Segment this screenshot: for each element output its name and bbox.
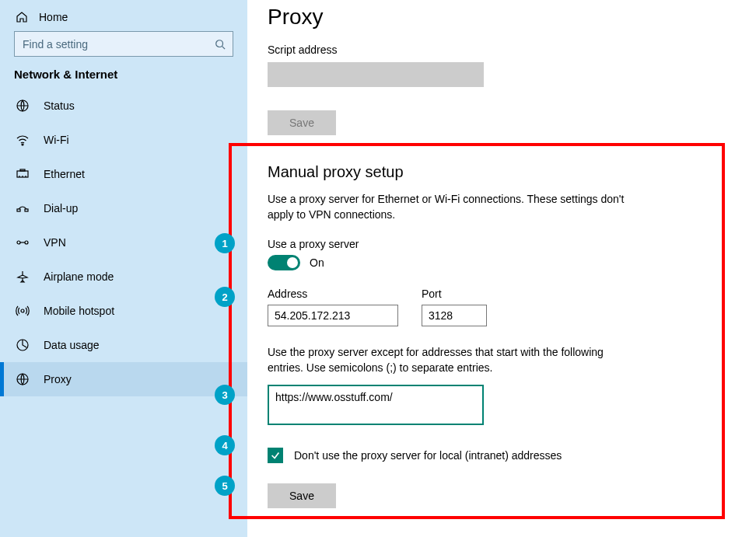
exceptions-input[interactable] (268, 385, 484, 425)
sidebar-item-label: Mobile hotspot (44, 305, 114, 317)
save-script-button: Save (268, 110, 336, 135)
manual-proxy-section: Manual proxy setup Use a proxy server fo… (268, 163, 736, 508)
manual-proxy-title: Manual proxy setup (268, 163, 736, 181)
wifi-icon (16, 133, 30, 147)
sidebar-item-label: Airplane mode (44, 270, 114, 283)
sidebar-item-label: Dial-up (44, 202, 78, 214)
nav-list: Status Wi-Fi Ethernet Dial-up VPN Airpla… (0, 89, 247, 396)
page-title: Proxy (268, 0, 736, 44)
exceptions-desc: Use the proxy server except for addresse… (268, 345, 625, 375)
local-addresses-checkbox[interactable] (268, 448, 283, 463)
toggle-track (268, 255, 300, 270)
svg-point-11 (17, 241, 20, 244)
annotation-badge-1: 1 (215, 233, 235, 253)
home-label: Home (39, 11, 68, 23)
sidebar-item-vpn[interactable]: VPN (0, 225, 247, 260)
save-button[interactable]: Save (268, 483, 336, 508)
svg-point-3 (22, 144, 23, 145)
sidebar: Home Network & Internet Status Wi-Fi Eth… (0, 0, 247, 537)
annotation-badge-2: 2 (215, 287, 235, 307)
sidebar-item-wifi[interactable]: Wi-Fi (0, 123, 247, 157)
sidebar-item-label: Ethernet (44, 168, 85, 180)
hotspot-icon (16, 304, 30, 318)
svg-rect-10 (25, 209, 28, 211)
svg-point-14 (21, 309, 24, 312)
use-proxy-toggle[interactable]: On (268, 255, 324, 270)
proxy-icon (16, 372, 30, 386)
local-addresses-label: Don't use the proxy server for local (in… (294, 449, 562, 462)
annotation-badge-5: 5 (215, 476, 235, 496)
toggle-state-label: On (310, 256, 324, 269)
vpn-icon (16, 235, 30, 249)
category-title: Network & Internet (0, 68, 247, 89)
sidebar-item-label: VPN (44, 236, 66, 249)
sidebar-item-label: Proxy (44, 373, 72, 385)
svg-line-1 (222, 46, 226, 49)
sidebar-item-label: Status (44, 99, 75, 112)
address-label: Address (268, 288, 398, 300)
sidebar-item-label: Wi-Fi (44, 134, 69, 146)
data-icon (16, 338, 30, 352)
svg-rect-5 (20, 169, 25, 171)
search-input[interactable] (14, 31, 233, 57)
sidebar-item-hotspot[interactable]: Mobile hotspot (0, 294, 247, 328)
sidebar-item-label: Data usage (44, 339, 100, 351)
annotation-badge-3: 3 (215, 385, 235, 405)
sidebar-item-datausage[interactable]: Data usage (0, 328, 247, 362)
sidebar-item-ethernet[interactable]: Ethernet (0, 157, 247, 191)
port-input[interactable] (422, 305, 487, 326)
check-icon (270, 450, 281, 461)
sidebar-item-status[interactable]: Status (0, 89, 247, 123)
home-icon (16, 11, 28, 23)
address-input[interactable] (268, 305, 398, 326)
home-link[interactable]: Home (0, 6, 247, 31)
svg-point-12 (25, 241, 28, 244)
main-content: Proxy Script address Save Manual proxy s… (247, 0, 756, 537)
svg-rect-9 (17, 209, 20, 211)
port-label: Port (422, 288, 487, 300)
sidebar-item-dialup[interactable]: Dial-up (0, 191, 247, 225)
script-address-label: Script address (268, 44, 736, 56)
script-address-input[interactable] (268, 62, 484, 87)
dialup-icon (16, 201, 30, 215)
svg-point-0 (216, 40, 223, 47)
status-icon (16, 99, 30, 113)
ethernet-icon (16, 167, 30, 181)
airplane-icon (16, 270, 30, 284)
search-icon (215, 39, 226, 50)
annotation-badge-4: 4 (215, 435, 235, 455)
manual-proxy-desc: Use a proxy server for Ethernet or Wi-Fi… (268, 192, 625, 222)
sidebar-item-proxy[interactable]: Proxy (0, 362, 247, 396)
sidebar-item-airplane[interactable]: Airplane mode (0, 260, 247, 294)
use-proxy-label: Use a proxy server (268, 238, 736, 250)
